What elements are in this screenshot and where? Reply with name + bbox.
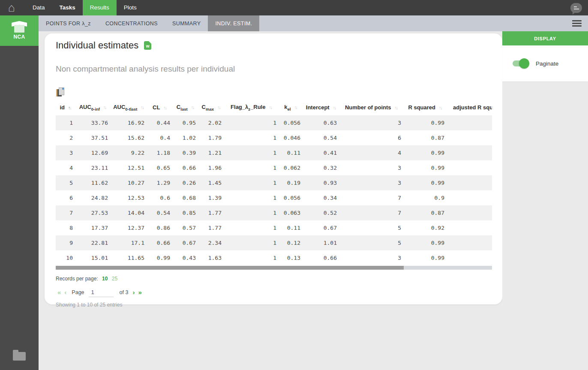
table-body: 133.7616.920.440.952.0210.0560.6330.9923… [56,115,492,265]
table-cell: 1 [224,115,279,130]
column-header-adjusted-r-squared[interactable]: adjusted R squ [447,99,492,115]
open-box-icon [11,21,27,33]
export-word-icon[interactable]: w [144,41,151,50]
tab-points-for-lambda-z[interactable]: POINTS FOR λ_z [39,15,98,31]
sort-icon: ↑↓ [333,105,336,110]
table-cell: 3 [339,115,403,130]
table-cell: 0.54 [147,205,172,220]
table-cell: 0.44 [147,115,172,130]
box-body [14,25,24,33]
column-header-number-of-points[interactable]: Number of points↑↓ [339,99,403,115]
table-cell: 1 [224,130,279,145]
sidebar: NCA [0,15,39,370]
scrollbar-thumb[interactable] [56,266,404,270]
home-icon[interactable]: ⌂ [6,0,18,15]
column-header-auc-0-tlast[interactable]: AUC0-tlast↑↓ [110,99,147,115]
table-cell: 33.76 [75,115,110,130]
table-cell: 0.26 [172,175,198,190]
table-cell: 17.37 [75,220,110,235]
table-cell: 1 [224,235,279,250]
table-cell: 0.66 [147,235,172,250]
table-cell: 1 [56,115,75,130]
table-cell: 4 [339,145,403,160]
hamburger-menu-icon[interactable] [572,19,582,28]
table-cell: 0.86 [147,220,172,235]
pager: « ‹ Page of 3 › » [56,287,491,297]
column-header-k-el[interactable]: kel↑↓ [279,99,303,115]
tab-concentrations[interactable]: CONCENTRATIONS [98,15,165,31]
table-cell: 0.11 [279,145,303,160]
folder-icon[interactable] [13,352,26,361]
display-panel-body: Paginate [502,45,588,81]
nav-tasks[interactable]: Tasks [52,0,83,15]
previous-page-button[interactable]: ‹ [63,289,68,296]
table-cell: 11.62 [75,175,110,190]
column-header-cl[interactable]: CL↑↓ [147,99,172,115]
column-label: CL [153,104,160,111]
table-row: 312.699.221.180.391.2110.110.4140.99 [56,145,492,160]
last-page-button[interactable]: » [136,289,143,296]
records-option-25[interactable]: 25 [112,276,117,282]
column-header-c-last[interactable]: Clast↑↓ [172,99,198,115]
tab-summary[interactable]: SUMMARY [165,15,208,31]
table-cell: 5 [339,235,403,250]
table-cell: 4 [56,160,75,175]
column-header-intercept[interactable]: Intercept↑↓ [303,99,339,115]
page-subtitle: Non compartmental analysis results per i… [56,64,491,74]
table-cell: 10.27 [110,175,147,190]
table-cell: 0.063 [279,205,303,220]
table-cell: 0.57 [172,220,198,235]
table-horizontal-scrollbar[interactable] [56,266,492,270]
column-header-flag-lambda-z-rule[interactable]: Flag_λz_Rule↑↓ [224,99,279,115]
next-page-button[interactable]: › [131,289,136,296]
table-row: 817.3712.370.860.571.7710.110.6750.92 [56,220,492,235]
column-header-c-max[interactable]: Cmax↑↓ [198,99,224,115]
copy-icon[interactable] [56,87,66,97]
table-cell: 1.77 [198,220,224,235]
table-cell: 12.69 [75,145,110,160]
table-cell: 0.99 [403,175,447,190]
table-cell: 0.66 [303,250,339,265]
table-cell: 1 [224,190,279,205]
column-label: kel [284,104,291,110]
table-cell: 0.062 [279,160,303,175]
column-header-id[interactable]: id↑↓ [56,99,75,115]
toggle-knob[interactable] [519,58,529,69]
tab-indiv-estim[interactable]: INDIV. ESTIM. [208,15,259,31]
column-label: Intercept [306,104,330,111]
records-option-10[interactable]: 10 [102,276,108,282]
table-row: 511.6210.271.290.261.4510.190.9330.99 [56,175,492,190]
table-cell: 1 [224,160,279,175]
nav-plots[interactable]: Plots [117,0,144,15]
table-cell: 1 [224,205,279,220]
table-cell: 15.01 [75,250,110,265]
paginate-toggle[interactable] [513,60,528,66]
sort-icon: ↑↓ [439,105,442,110]
nav-data[interactable]: Data [25,0,52,15]
table-cell: 0.95 [172,115,198,130]
individual-estimates-table: id↑↓AUC0-inf↑↓AUC0-tlast↑↓CL↑↓Clast↑↓Cma… [56,99,492,265]
showing-entries-label: Showing 1 to 10 of 25 entries [56,302,491,308]
table-cell: 0.19 [279,175,303,190]
sidebar-item-nca[interactable]: NCA [0,15,39,46]
table-cell: 1.79 [198,130,224,145]
table-cell: 1.01 [303,235,339,250]
table-row: 133.7616.920.440.952.0210.0560.6330.99 [56,115,492,130]
table-cell: 0.67 [303,220,339,235]
messages-icon[interactable] [570,3,582,13]
table-cell: 1.02 [172,130,198,145]
table-cell: 0.056 [279,190,303,205]
column-header-auc-0-inf[interactable]: AUC0-inf↑↓ [75,99,110,115]
table-cell: 0.43 [172,250,198,265]
table-cell [447,205,492,220]
table-cell: 12.51 [110,160,147,175]
first-page-button[interactable]: « [56,289,63,296]
nav-results[interactable]: Results [83,0,117,15]
column-header-r-squared[interactable]: R squared↑↓ [403,99,447,115]
page-number-input[interactable] [89,287,114,297]
table-cell: 0.63 [303,115,339,130]
table-cell: 15.62 [110,130,147,145]
records-per-page: Records per page: 10 25 [56,276,491,282]
table-cell: 1 [224,220,279,235]
table-cell: 0.99 [403,235,447,250]
